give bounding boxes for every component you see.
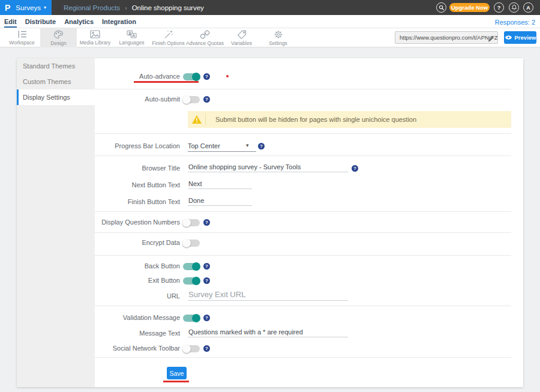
validation-message-toggle[interactable]: [183, 315, 200, 322]
next-button-text-label: Next Button Text: [95, 181, 180, 188]
validation-message-help-icon[interactable]: ?: [203, 315, 210, 321]
design-toolbar: Workspace Design Media Library Languages…: [0, 28, 540, 47]
auto-submit-toggle[interactable]: [183, 96, 200, 103]
survey-url-box[interactable]: https://www.questionpro.com/t/APNrFZ: [395, 31, 498, 44]
browser-title-label: Browser Title: [95, 164, 180, 172]
responses-count-link[interactable]: Responses: 2: [495, 19, 535, 26]
social-network-toolbar-toggle[interactable]: [183, 345, 200, 352]
bell-icon: [511, 4, 517, 11]
edit-url-pencil-icon[interactable]: [487, 34, 494, 45]
message-text-label: Message Text: [95, 330, 180, 337]
avatar-button[interactable]: A: [523, 2, 533, 13]
design-sidebar: Standard Themes Custom Themes Display Se…: [17, 58, 95, 387]
toolbar-item-variables[interactable]: Variables: [223, 28, 260, 47]
toolbar-item-advance-quotas[interactable]: Advance Quotas: [187, 28, 223, 47]
social-network-toolbar-label: Social Network Toolbar: [95, 345, 180, 352]
tab-distribute[interactable]: Distribute: [25, 18, 56, 28]
annotation-underline-save: [163, 381, 189, 382]
survey-url-text: https://www.questionpro.com/t/APNrFZ: [395, 32, 497, 43]
back-button-toggle[interactable]: [183, 263, 200, 270]
dropdown-caret-icon[interactable]: ▾: [246, 142, 249, 148]
help-button[interactable]: ?: [494, 2, 504, 13]
exit-button-help-icon[interactable]: ?: [203, 277, 210, 284]
finish-button-text-input[interactable]: [188, 196, 252, 206]
back-button-help-icon[interactable]: ?: [203, 263, 210, 270]
sidebar-item-custom-themes[interactable]: Custom Themes: [17, 74, 95, 89]
exit-button-toggle[interactable]: [183, 277, 200, 285]
toolbar-label: Advance Quotas: [186, 40, 224, 46]
sidebar-item-standard-themes[interactable]: Standard Themes: [17, 58, 95, 74]
toggle-knob: [182, 239, 191, 247]
encrypt-data-label: Encrypt Data: [95, 239, 180, 246]
message-text-input[interactable]: [188, 328, 348, 337]
browser-title-input[interactable]: [188, 163, 348, 172]
browser-title-help-icon[interactable]: ?: [352, 165, 358, 172]
toolbar-item-design[interactable]: Design: [40, 28, 77, 47]
breadcrumb: Regional Products › Online shopping surv…: [64, 0, 204, 15]
auto-advance-toggle[interactable]: [183, 73, 200, 80]
display-question-numbers-help-icon[interactable]: ?: [203, 219, 210, 226]
toggle-knob: [182, 345, 191, 353]
save-button[interactable]: Save: [167, 367, 187, 379]
dropdown-underline: [188, 151, 256, 152]
upgrade-button[interactable]: Upgrade Now: [449, 3, 490, 12]
auto-submit-help-icon[interactable]: ?: [203, 96, 210, 103]
annotation-dot: [226, 75, 229, 77]
topbar-brand: P Surveys ▾: [0, 0, 52, 15]
toolbar-label: Finish Options: [152, 40, 184, 46]
toolbar-label: Media Library: [80, 40, 111, 46]
surveys-menu[interactable]: Surveys ▾: [16, 4, 46, 11]
question-mark-icon: ?: [497, 5, 501, 11]
screen: P Surveys ▾ Regional Products › Online s…: [0, 0, 540, 392]
advance-quotas-icon: [200, 30, 210, 39]
warning-triangle-icon: [191, 115, 202, 124]
social-network-toolbar-help-icon[interactable]: ?: [203, 345, 210, 352]
notifications-button[interactable]: [509, 2, 519, 13]
auto-advance-help-icon[interactable]: ?: [203, 73, 210, 80]
toolbar-item-media-library[interactable]: Media Library: [77, 28, 113, 47]
warning-text: Submit button will be hidden for pages w…: [206, 116, 416, 123]
exit-url-input[interactable]: [188, 289, 348, 301]
tab-edit[interactable]: Edit: [4, 18, 17, 28]
search-button[interactable]: [436, 2, 446, 13]
toolbar-item-languages[interactable]: Languages: [113, 28, 150, 47]
variables-icon: [237, 30, 247, 39]
preview-button[interactable]: Preview: [504, 31, 536, 44]
display-question-numbers-label: Display Question Numbers: [95, 219, 180, 226]
search-icon: [439, 5, 445, 11]
display-question-numbers-toggle[interactable]: [183, 219, 200, 226]
avatar: A: [526, 5, 530, 11]
progress-bar-location-help-icon[interactable]: ?: [258, 143, 265, 149]
preview-label: Preview: [515, 34, 536, 41]
toolbar-label: Variables: [231, 40, 252, 46]
breadcrumb-parent[interactable]: Regional Products: [64, 4, 120, 11]
display-settings-form: Auto-advance ? Auto-submit ? Submit butt…: [95, 58, 523, 387]
breadcrumb-current: Online shopping survey: [132, 4, 204, 11]
sidebar-item-display-settings[interactable]: Display Settings: [17, 89, 95, 105]
toolbar-item-workspace[interactable]: Workspace: [4, 28, 40, 47]
toolbar-label: Languages: [119, 40, 144, 46]
survey-nav: Edit Distribute Analytics Integration Re…: [0, 15, 540, 28]
divider: [95, 155, 511, 156]
questionpro-logo-icon[interactable]: P: [5, 3, 10, 13]
auto-submit-label: Auto-submit: [95, 95, 180, 103]
tab-analytics[interactable]: Analytics: [64, 18, 94, 28]
next-button-text-input[interactable]: [188, 179, 252, 189]
surveys-menu-label: Surveys: [16, 4, 41, 11]
divider: [95, 133, 511, 134]
workspace-icon: [17, 30, 27, 38]
toolbar-item-settings[interactable]: Settings: [260, 28, 296, 47]
toggle-knob: [192, 73, 200, 81]
warning-banner: Submit button will be hidden for pages w…: [188, 111, 511, 128]
encrypt-data-toggle[interactable]: [183, 240, 200, 247]
finish-button-text-label: Finish Button Text: [95, 198, 180, 205]
progress-bar-location-select[interactable]: Top Center: [188, 142, 220, 149]
tab-integration[interactable]: Integration: [102, 18, 136, 28]
toggle-knob: [192, 314, 200, 322]
toolbar-label: Settings: [269, 40, 287, 46]
exit-button-label: Exit Button: [95, 277, 180, 284]
toolbar-item-finish-options[interactable]: Finish Options: [150, 28, 187, 47]
toggle-knob: [192, 277, 200, 285]
toggle-knob: [182, 219, 191, 227]
settings-icon: [274, 30, 283, 39]
